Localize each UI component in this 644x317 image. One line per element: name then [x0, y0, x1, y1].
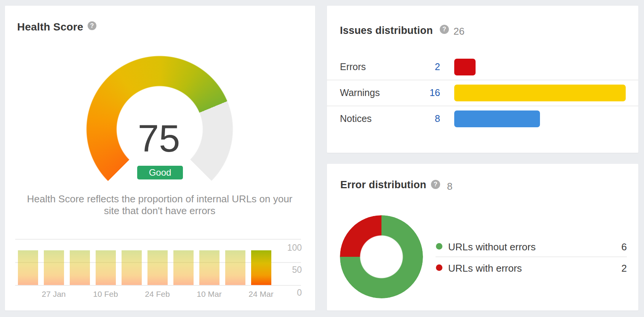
- health-score-value: 75: [102, 118, 216, 158]
- issues-distribution-title: Issues distribution: [340, 25, 433, 37]
- trend-bar[interactable]: [96, 250, 116, 285]
- help-icon[interactable]: ?: [440, 25, 449, 34]
- issues-row-label: Errors: [340, 61, 366, 72]
- issues-row-notices: Notices 8: [327, 106, 638, 131]
- issues-row-count-link[interactable]: 2: [402, 61, 440, 72]
- trend-bar[interactable]: [147, 250, 168, 285]
- y-axis-tick: 100: [279, 243, 302, 253]
- error-distribution-title: Error distribution: [340, 179, 426, 191]
- issues-row-count-link[interactable]: 16: [402, 87, 440, 98]
- trend-bar[interactable]: [18, 250, 38, 285]
- legend-divider: [436, 256, 627, 257]
- errors-total-count: 8: [447, 181, 452, 192]
- x-axis-tick: 24 Feb: [133, 290, 182, 299]
- legend-value: 2: [604, 263, 627, 274]
- legend-dot-urls-with-errors: [436, 264, 442, 271]
- trend-bar[interactable]: [70, 250, 90, 285]
- x-axis-tick: 10 Mar: [184, 290, 234, 299]
- health-score-description: Health Score reflects the proportion of …: [21, 193, 299, 217]
- legend-label: URLs without errors: [448, 241, 593, 253]
- issues-distribution-card: Issues distribution ? 26 Errors 2 Warnin…: [327, 6, 638, 153]
- y-axis-tick: 50: [279, 265, 302, 275]
- issues-row-errors: Errors 2: [327, 54, 638, 80]
- x-axis-tick: 24 Mar: [236, 290, 286, 299]
- health-score-card: Health Score ? 75 Good Health Score refl…: [5, 6, 315, 311]
- trend-bar[interactable]: [199, 250, 219, 285]
- issues-row-label: Warnings: [340, 87, 380, 98]
- x-axis-tick: 10 Feb: [81, 290, 130, 299]
- trend-bar[interactable]: [251, 250, 271, 285]
- legend-label: URLs with errors: [448, 263, 593, 274]
- error-distribution-donut: [340, 215, 423, 298]
- health-score-badge: Good: [137, 166, 183, 179]
- trend-bar[interactable]: [44, 250, 64, 285]
- issues-row-count-link[interactable]: 8: [402, 113, 440, 124]
- errors-bar[interactable]: [454, 59, 476, 75]
- trend-bar[interactable]: [225, 250, 245, 285]
- gridline-0: [15, 285, 301, 286]
- gridline-100: [15, 239, 301, 240]
- legend-dot-urls-without-errors: [436, 243, 442, 250]
- trend-bar[interactable]: [122, 250, 142, 285]
- x-axis-tick: 27 Jan: [29, 290, 78, 299]
- trend-bar[interactable]: [173, 250, 194, 285]
- error-distribution-card: Error distribution ? 8 URLs without erro…: [327, 164, 638, 311]
- issues-row-warnings: Warnings 16: [327, 80, 638, 106]
- issues-row-label: Notices: [340, 113, 372, 124]
- notices-bar[interactable]: [454, 110, 540, 127]
- issues-rows: Errors 2 Warnings 16 Notices 8: [327, 54, 638, 131]
- help-icon[interactable]: ?: [431, 180, 440, 189]
- help-icon[interactable]: ?: [88, 21, 96, 30]
- legend-value: 6: [604, 241, 627, 253]
- warnings-bar[interactable]: [454, 85, 626, 101]
- issues-total-count: 26: [453, 26, 465, 37]
- health-score-title: Health Score: [17, 21, 83, 33]
